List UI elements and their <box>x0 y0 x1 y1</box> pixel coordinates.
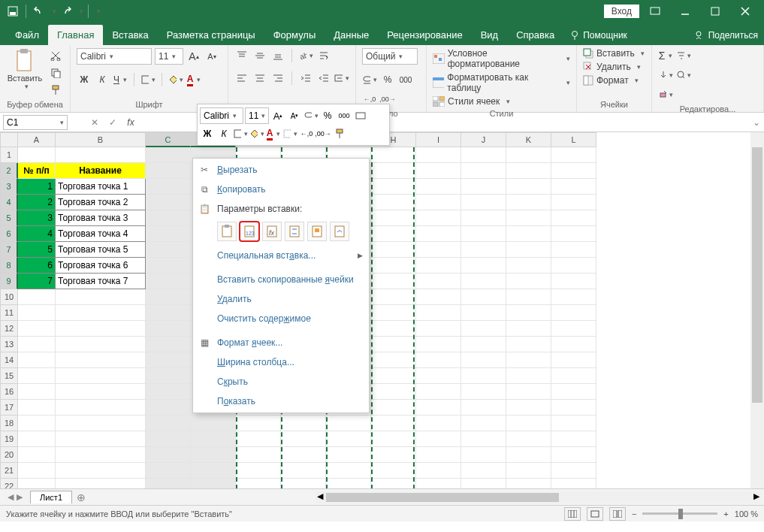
cm-column-width[interactable]: Ширина столбца... <box>193 352 369 372</box>
row-header[interactable]: 20 <box>0 447 18 463</box>
cell[interactable] <box>191 463 236 479</box>
row-header[interactable]: 4 <box>0 195 18 210</box>
cell[interactable] <box>506 479 551 488</box>
borders-button[interactable]: ▾ <box>140 72 156 87</box>
cell[interactable] <box>416 352 461 368</box>
cell[interactable] <box>416 195 461 210</box>
cell[interactable] <box>551 368 596 384</box>
cell[interactable]: Торговая точка 7 <box>56 274 146 289</box>
cell[interactable] <box>506 463 551 479</box>
zoom-in-button[interactable]: + <box>723 509 728 518</box>
qat-customize[interactable]: ▾ <box>93 3 101 20</box>
number-format-combo[interactable]: Общий▾ <box>362 48 418 65</box>
cell[interactable] <box>146 416 191 431</box>
cell[interactable] <box>371 147 416 163</box>
cell[interactable] <box>191 431 236 447</box>
cell[interactable] <box>506 242 551 258</box>
undo-button[interactable] <box>31 3 47 20</box>
cell[interactable] <box>56 337 146 352</box>
cell[interactable] <box>191 416 236 431</box>
cell[interactable] <box>551 447 596 463</box>
cell[interactable] <box>56 289 146 305</box>
row-header[interactable]: 10 <box>0 289 18 305</box>
cell[interactable] <box>146 289 191 305</box>
cell[interactable] <box>146 147 191 163</box>
paste-transpose-icon[interactable] <box>285 222 304 241</box>
mini-thousands-icon[interactable]: 000 <box>337 108 352 123</box>
select-all-button[interactable] <box>0 132 18 147</box>
mini-grow-font-icon[interactable]: A▴ <box>270 108 285 123</box>
row-header[interactable]: 9 <box>0 274 18 289</box>
cell[interactable] <box>416 163 461 179</box>
cell[interactable] <box>146 321 191 337</box>
cell[interactable] <box>416 368 461 384</box>
cell[interactable] <box>551 321 596 337</box>
cell[interactable] <box>326 447 371 463</box>
mini-font-combo[interactable]: Calibri▾ <box>200 107 243 124</box>
cell[interactable] <box>18 352 56 368</box>
save-button[interactable] <box>5 3 21 20</box>
cm-insert-copied[interactable]: Вставить скопированные ячейки <box>193 270 369 289</box>
cell[interactable] <box>18 431 56 447</box>
redo-dropdown[interactable]: ▾ <box>76 3 83 20</box>
cell[interactable] <box>461 368 506 384</box>
cell[interactable] <box>146 447 191 463</box>
row-header[interactable]: 15 <box>0 368 18 384</box>
column-header[interactable]: K <box>506 132 551 147</box>
cell[interactable] <box>146 368 191 384</box>
paste-link-icon[interactable] <box>330 222 349 241</box>
cell[interactable] <box>416 210 461 226</box>
cell[interactable] <box>371 447 416 463</box>
row-header[interactable]: 2 <box>0 163 18 179</box>
fx-icon[interactable]: fx <box>122 117 140 128</box>
row-header[interactable]: 5 <box>0 210 18 226</box>
paste-button[interactable]: Вставить ▾ <box>6 48 44 90</box>
cm-copy[interactable]: ⧉Копировать <box>193 180 369 199</box>
cell[interactable] <box>371 242 416 258</box>
font-size-combo[interactable]: 11▾ <box>155 48 183 65</box>
cell[interactable] <box>146 195 191 210</box>
login-button[interactable]: Вход <box>604 5 639 18</box>
cell[interactable] <box>236 416 281 431</box>
wrap-text-icon[interactable] <box>316 48 331 63</box>
cell[interactable] <box>551 431 596 447</box>
cell[interactable] <box>506 321 551 337</box>
cell[interactable] <box>371 210 416 226</box>
cell[interactable] <box>461 416 506 431</box>
cell[interactable] <box>461 179 506 195</box>
row-header[interactable]: 12 <box>0 321 18 337</box>
cell[interactable] <box>416 337 461 352</box>
cm-show[interactable]: Показать <box>193 391 369 411</box>
cell[interactable] <box>281 463 326 479</box>
tab-home[interactable]: Главная <box>48 25 103 45</box>
column-header[interactable]: B <box>56 132 146 147</box>
cell[interactable] <box>371 179 416 195</box>
cell[interactable]: Торговая точка 5 <box>56 242 146 258</box>
cell[interactable] <box>146 479 191 488</box>
cell[interactable] <box>461 447 506 463</box>
autosum-button[interactable]: Σ▾ <box>658 48 673 63</box>
cell[interactable] <box>461 479 506 488</box>
cell[interactable] <box>461 305 506 321</box>
cell[interactable] <box>506 289 551 305</box>
maximize-button[interactable] <box>701 1 729 22</box>
cell[interactable] <box>506 163 551 179</box>
cell[interactable] <box>416 416 461 431</box>
cell[interactable] <box>506 210 551 226</box>
cancel-formula-icon[interactable]: ✕ <box>86 117 104 128</box>
cell[interactable] <box>56 400 146 416</box>
view-page-layout-icon[interactable] <box>587 507 603 521</box>
decrease-font-icon[interactable]: A▾ <box>204 49 219 64</box>
align-middle-icon[interactable] <box>252 48 267 63</box>
cell[interactable] <box>461 226 506 242</box>
row-header[interactable]: 3 <box>0 179 18 195</box>
cell[interactable] <box>551 226 596 242</box>
font-name-combo[interactable]: Calibri▾ <box>77 48 152 65</box>
cell[interactable] <box>56 463 146 479</box>
cell[interactable] <box>18 447 56 463</box>
mini-format-painter-icon[interactable] <box>332 126 347 141</box>
cell[interactable] <box>551 289 596 305</box>
cell[interactable] <box>416 431 461 447</box>
cell[interactable] <box>461 289 506 305</box>
cell[interactable] <box>191 479 236 488</box>
